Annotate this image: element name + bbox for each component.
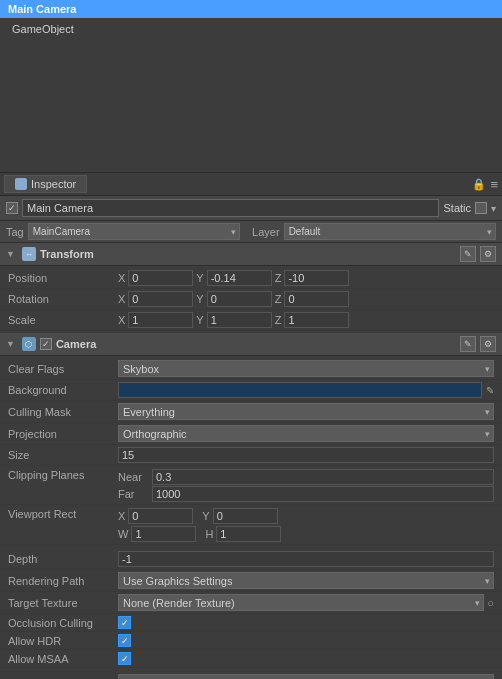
scale-row: Scale X Y Z [0,310,502,331]
far-row: Far [118,486,494,502]
scale-y-input[interactable] [207,312,272,328]
transform-settings-btn[interactable]: ⚙ [480,246,496,262]
culling-mask-row: Culling Mask Everything [0,401,502,423]
vp-y-input[interactable] [213,508,278,524]
static-dropdown-arrow[interactable]: ▾ [491,203,496,214]
target-display-dropdown[interactable]: Display 1 [118,674,494,679]
active-checkbox[interactable]: ✓ [6,202,18,214]
far-input[interactable] [152,486,494,502]
title-bar: Main Camera [0,0,502,18]
depth-row: Depth [0,549,502,570]
scale-x-label: X [118,314,125,326]
background-edit-icon[interactable]: ✎ [486,385,494,396]
rotation-row: Rotation X Y Z [0,289,502,310]
background-label: Background [8,384,118,396]
inspector-tab-bar: Inspector 🔒 ≡ [0,173,502,196]
viewport-rect-grid: X Y W H [118,508,494,542]
background-swatch[interactable] [118,382,482,398]
camera-actions: ✎ ⚙ [460,336,496,352]
projection-label: Projection [8,428,118,440]
camera-checkbox[interactable]: ✓ [40,338,52,350]
scale-label: Scale [8,314,118,326]
pos-z-label: Z [275,272,282,284]
camera-component-header[interactable]: ▼ ⬡ ✓ Camera ✎ ⚙ [0,333,502,356]
scale-z-label: Z [275,314,282,326]
near-label: Near [118,471,148,483]
near-input[interactable] [152,469,494,485]
inspector-tab[interactable]: Inspector [4,175,87,193]
clear-flags-row: Clear Flags Skybox [0,358,502,380]
viewport-xy-row: X Y [118,508,494,524]
depth-input[interactable] [118,551,494,567]
lock-icon[interactable]: 🔒 [472,178,486,191]
hierarchy-item-gameobject[interactable]: GameObject [8,22,494,36]
allow-hdr-label: Allow HDR [8,635,118,647]
target-texture-dropdown[interactable]: None (Render Texture) [118,594,484,611]
inspector-icon [15,178,27,190]
vp-h-label: H [205,528,213,540]
clipping-planes-label: Clipping Planes [8,469,118,481]
rotation-label: Rotation [8,293,118,305]
background-row: Background ✎ [0,380,502,401]
target-display-row: Target Display Display 1 [0,672,502,679]
target-texture-label: Target Texture [8,597,118,609]
rot-x-input[interactable] [128,291,193,307]
tag-label: Tag [6,226,24,238]
rot-y-input[interactable] [207,291,272,307]
target-texture-pick-icon[interactable]: ○ [487,597,494,609]
transform-icon: ↔ [22,247,36,261]
clear-flags-dropdown[interactable]: Skybox [118,360,494,377]
target-texture-row: Target Texture None (Render Texture) ○ [0,592,502,614]
scale-xyz: X Y Z [118,312,494,328]
culling-mask-label: Culling Mask [8,406,118,418]
size-row: Size [0,445,502,466]
allow-hdr-row: Allow HDR ✓ [0,632,502,650]
size-label: Size [8,449,118,461]
static-checkbox[interactable] [475,202,487,214]
camera-edit-btn[interactable]: ✎ [460,336,476,352]
pos-z-input[interactable] [284,270,349,286]
vp-w-input[interactable] [131,526,196,542]
transform-component-header[interactable]: ▼ ↔ Transform ✎ ⚙ [0,243,502,266]
near-row: Near [118,469,494,485]
vp-x-input[interactable] [128,508,193,524]
pos-y-label: Y [196,272,203,284]
rot-z-label: Z [275,293,282,305]
static-label: Static [443,202,471,214]
rendering-path-row: Rendering Path Use Graphics Settings [0,570,502,592]
transform-actions: ✎ ⚙ [460,246,496,262]
pos-y-input[interactable] [207,270,272,286]
clear-flags-label: Clear Flags [8,363,118,375]
scale-z-input[interactable] [284,312,349,328]
pos-x-label: X [118,272,125,284]
occlusion-culling-checkbox[interactable]: ✓ [118,616,131,629]
transform-props: Position X Y Z Rotation X Y Z [0,266,502,333]
transform-edit-btn[interactable]: ✎ [460,246,476,262]
inspector-tab-label: Inspector [31,178,76,190]
position-label: Position [8,272,118,284]
vp-x-label: X [118,510,125,522]
menu-icon[interactable]: ≡ [490,177,498,192]
inspector-lock-area: 🔒 ≡ [472,177,498,192]
scale-x-input[interactable] [128,312,193,328]
camera-icon: ⬡ [22,337,36,351]
clipping-planes-row: Clipping Planes Near Far [0,466,502,505]
pos-x-input[interactable] [128,270,193,286]
allow-msaa-row: Allow MSAA ✓ [0,650,502,668]
allow-hdr-checkbox[interactable]: ✓ [118,634,131,647]
rot-z-input[interactable] [284,291,349,307]
position-xyz: X Y Z [118,270,494,286]
camera-settings-btn[interactable]: ⚙ [480,336,496,352]
vp-h-input[interactable] [216,526,281,542]
layer-dropdown[interactable]: Default [284,223,496,240]
transform-collapse-arrow: ▼ [6,249,15,259]
object-name-input[interactable] [22,199,439,217]
size-input[interactable] [118,447,494,463]
culling-mask-dropdown[interactable]: Everything [118,403,494,420]
rendering-path-dropdown[interactable]: Use Graphics Settings [118,572,494,589]
tag-dropdown[interactable]: MainCamera [28,223,240,240]
viewport-wh-row: W H [118,526,494,542]
allow-msaa-checkbox[interactable]: ✓ [118,652,131,665]
object-header: ✓ Static ▾ [0,196,502,221]
projection-dropdown[interactable]: Orthographic [118,425,494,442]
